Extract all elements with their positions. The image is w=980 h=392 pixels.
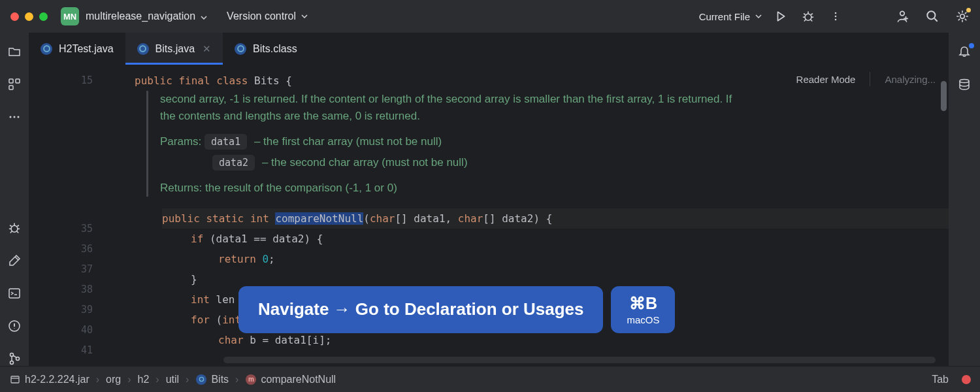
chevron-right-icon: › (235, 374, 238, 385)
horizontal-scrollbar[interactable] (223, 357, 936, 363)
java-class-icon (41, 43, 52, 55)
line-number[interactable]: 35 (29, 219, 93, 239)
svg-point-17 (10, 361, 14, 365)
window-close-icon[interactable] (10, 12, 19, 21)
svg-point-5 (927, 11, 935, 19)
svg-point-2 (835, 16, 837, 18)
breadcrumb-h2[interactable]: h2 (138, 374, 150, 385)
shortcut-key: ⌘B (629, 294, 657, 313)
left-toolbar (0, 33, 29, 366)
project-dropdown[interactable]: multirelease_navigation (86, 10, 195, 22)
tab-indicator[interactable]: Tab (932, 374, 949, 385)
breadcrumb-class[interactable]: Bits (195, 374, 229, 385)
settings-icon[interactable] (955, 9, 970, 24)
line-number[interactable]: 36 (29, 239, 93, 259)
terminal-tool-icon[interactable] (7, 286, 22, 301)
breadcrumb-util[interactable]: util (166, 374, 179, 385)
java-class-icon (235, 43, 246, 55)
titlebar: MN multirelease_navigation Version contr… (0, 0, 980, 33)
chevron-right-icon: › (155, 374, 159, 385)
svg-point-12 (18, 116, 20, 118)
method-name-highlight[interactable]: compareNotNull (275, 212, 363, 225)
version-control-dropdown[interactable]: Version control (227, 10, 308, 22)
code-line: public static int compareNotNull(char[] … (162, 208, 949, 229)
key-promoter-popup: Navigate → Go to Declaration or Usages ⌘… (238, 286, 675, 333)
breadcrumb-org[interactable]: org (106, 374, 121, 385)
svg-point-6 (960, 14, 965, 19)
settings-notification-dot (966, 8, 971, 12)
java-class-icon (137, 43, 149, 55)
line-number[interactable]: 40 (29, 320, 93, 340)
debug-icon[interactable] (801, 9, 815, 24)
svg-point-4 (900, 11, 905, 16)
chevron-down-icon[interactable] (201, 10, 207, 22)
svg-rect-7 (9, 79, 13, 83)
build-tool-icon[interactable] (7, 253, 22, 268)
tab-bits-class[interactable]: Bits.class (223, 33, 309, 65)
line-number[interactable]: 15 (29, 71, 93, 91)
notifications-icon[interactable] (957, 44, 972, 59)
svg-point-0 (805, 14, 811, 20)
problems-tool-icon[interactable] (7, 319, 22, 333)
right-toolbar (949, 33, 980, 366)
line-number[interactable]: 41 (29, 340, 93, 361)
code-with-me-icon[interactable] (895, 9, 909, 24)
line-number[interactable]: 39 (29, 300, 93, 320)
tab-label: Bits.java (155, 43, 195, 55)
param-pill: data1 (204, 134, 247, 150)
svg-point-20 (140, 46, 146, 52)
project-tool-icon[interactable] (7, 44, 22, 59)
param-pill: data2 (212, 155, 255, 171)
chevron-right-icon: › (127, 374, 131, 385)
more-actions-icon[interactable] (828, 9, 843, 24)
code-line: return 0; (218, 249, 949, 269)
doc-block: second array, -1 is returned. If the con… (146, 91, 949, 197)
run-icon[interactable] (774, 9, 788, 24)
doc-params: Params: data1 – the first char array (mu… (160, 133, 949, 171)
svg-point-10 (10, 116, 12, 118)
svg-point-21 (238, 46, 244, 52)
shortcut-os: macOS (627, 314, 659, 325)
tab-bits-java[interactable]: Bits.java ✕ (125, 33, 223, 65)
code-line: if (data1 == data2) { (191, 229, 949, 249)
method-icon: m (245, 374, 257, 385)
more-tool-icon[interactable] (7, 110, 22, 124)
line-number[interactable]: 38 (29, 280, 93, 300)
line-number[interactable]: 37 (29, 259, 93, 280)
svg-point-11 (14, 116, 16, 118)
doc-returns: Returns: the result of the comparison (-… (160, 180, 949, 197)
structure-tool-icon[interactable] (7, 77, 22, 91)
vcs-tool-icon[interactable] (7, 351, 22, 366)
svg-rect-14 (9, 289, 20, 298)
tab-label: H2Test.java (59, 43, 114, 55)
database-tool-icon[interactable] (957, 77, 972, 91)
notification-dot (969, 43, 974, 48)
svg-point-13 (11, 225, 18, 232)
version-control-label: Version control (227, 10, 296, 22)
debug-tool-icon[interactable] (7, 221, 22, 235)
error-indicator-icon[interactable] (962, 375, 971, 384)
class-icon (195, 374, 207, 385)
svg-rect-8 (16, 79, 20, 83)
close-icon[interactable]: ✕ (203, 43, 211, 55)
tab-more-icon[interactable] (920, 42, 949, 56)
chevron-right-icon: › (186, 374, 189, 385)
chevron-right-icon: › (96, 374, 99, 385)
breadcrumb-jar[interactable]: h2-2.2.224.jar (9, 374, 90, 385)
window-maximize-icon[interactable] (39, 12, 48, 21)
project-badge: MN (61, 7, 79, 25)
traffic-lights (10, 12, 48, 21)
svg-point-3 (835, 19, 837, 21)
tab-h2test[interactable]: H2Test.java (29, 33, 125, 65)
window-minimize-icon[interactable] (25, 12, 33, 21)
gutter: 15 35 36 37 38 39 40 41 (29, 65, 112, 366)
svg-point-27 (199, 377, 203, 381)
popup-shortcut: ⌘B macOS (611, 286, 675, 333)
status-bar: h2-2.2.224.jar › org › h2 › util › Bits … (0, 366, 980, 392)
search-icon[interactable] (925, 9, 939, 24)
breadcrumb-method[interactable]: m compareNotNull (245, 374, 336, 385)
svg-rect-9 (9, 86, 13, 90)
archive-icon (9, 374, 21, 385)
run-config-dropdown[interactable]: Current File (699, 11, 762, 22)
svg-point-25 (960, 80, 969, 83)
